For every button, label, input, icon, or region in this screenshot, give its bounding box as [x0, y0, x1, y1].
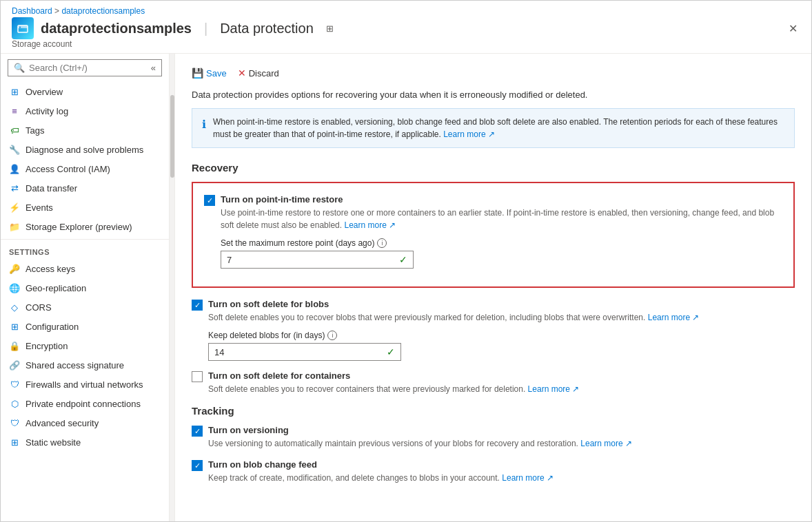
versioning-description: Use versioning to automatically maintain… [208, 437, 795, 450]
sidebar-item-encryption[interactable]: 🔒 Encryption [1, 336, 169, 355]
point-in-time-title: Turn on point-in-time restore [221, 194, 782, 205]
chain-icon: 🔗 [9, 359, 20, 370]
sidebar-item-static-website[interactable]: ⊞ Static website [1, 432, 169, 452]
blob-change-feed-option: Turn on blob change feed Keep track of c… [192, 459, 795, 484]
sidebar-item-advanced-security[interactable]: 🛡 Advanced security [1, 413, 169, 432]
sidebar-item-events[interactable]: ⚡ Events [1, 198, 169, 217]
versioning-title: Turn on versioning [208, 425, 795, 435]
versioning-checkbox[interactable] [192, 426, 203, 437]
soft-delete-containers-content: Turn on soft delete for containers Soft … [208, 370, 795, 395]
toolbar: 💾 Save ✕ Discard [192, 65, 795, 81]
page-section: Data protection [220, 21, 314, 36]
sidebar-item-configuration[interactable]: ⊞ Configuration [1, 317, 169, 336]
info-banner: ℹ When point-in-time restore is enabled,… [192, 108, 795, 148]
keep-blobs-input-wrapper: ✓ [208, 343, 401, 361]
keep-blobs-input[interactable] [214, 347, 387, 357]
sidebar-item-overview[interactable]: ⊞ Overview [1, 82, 169, 101]
sidebar-item-storage-explorer[interactable]: 📁 Storage Explorer (preview) [1, 217, 169, 236]
recovery-section-title: Recovery [192, 162, 795, 174]
sidebar-item-diagnose[interactable]: 🔧 Diagnose and solve problems [1, 140, 169, 159]
sidebar-item-shared-access[interactable]: 🔗 Shared access signature [1, 355, 169, 375]
save-button[interactable]: 💾 Save [192, 65, 227, 81]
search-input[interactable] [29, 63, 147, 73]
soft-delete-blobs-learn-more[interactable]: Learn more ↗ [648, 313, 700, 322]
sidebar-item-firewalls[interactable]: 🛡 Firewalls and virtual networks [1, 375, 169, 394]
breadcrumb-dashboard[interactable]: Dashboard [12, 6, 52, 16]
title-divider: | [204, 21, 207, 36]
sidebar-item-activity-log[interactable]: ≡ Activity log [1, 101, 169, 121]
restore-point-field: Set the maximum restore point (days ago)… [221, 238, 782, 269]
soft-delete-containers-description: Soft delete enables you to recover conta… [208, 383, 795, 395]
soft-delete-blobs-checkbox[interactable] [192, 300, 203, 311]
soft-delete-blobs-block: Turn on soft delete for blobs Soft delet… [192, 299, 795, 361]
restore-point-info-icon[interactable]: i [377, 238, 387, 248]
close-icon[interactable]: ✕ [786, 19, 800, 38]
recovery-section: Recovery Turn on point-in-time restore U… [192, 162, 795, 395]
person-icon: 👤 [9, 163, 20, 174]
sidebar-item-access-keys[interactable]: 🔑 Access keys [1, 259, 169, 278]
lock-icon: 🔒 [9, 340, 20, 351]
point-in-time-box: Turn on point-in-time restore Use point-… [192, 182, 795, 288]
blob-change-feed-learn-more[interactable]: Learn more ↗ [502, 473, 554, 483]
versioning-block: Turn on versioning Use versioning to aut… [192, 425, 795, 450]
svg-point-2 [19, 27, 21, 28]
blob-change-feed-title: Turn on blob change feed [208, 459, 795, 470]
sidebar: 🔍 « ⊞ Overview ≡ Activity log 🏷 Tags 🔧 D… [1, 54, 170, 521]
sidebar-item-tags[interactable]: 🏷 Tags [1, 121, 169, 140]
pin-icon[interactable]: ⊞ [326, 23, 334, 34]
globe-icon: 🌐 [9, 282, 20, 293]
point-in-time-option: Turn on point-in-time restore Use point-… [204, 194, 782, 269]
sidebar-item-geo-replication[interactable]: 🌐 Geo-replication [1, 278, 169, 297]
soft-delete-containers-learn-more[interactable]: Learn more ↗ [528, 384, 580, 394]
wrench-icon: 🔧 [9, 144, 20, 155]
keep-blobs-valid-icon: ✓ [387, 346, 395, 357]
breadcrumb-separator: > [54, 6, 59, 16]
page-subtitle: Storage account [12, 39, 800, 49]
point-in-time-description: Use point-in-time restore to restore one… [221, 207, 782, 231]
folder-icon: 📁 [9, 221, 20, 232]
blob-change-feed-content: Turn on blob change feed Keep track of c… [208, 459, 795, 484]
page-description: Data protection provides options for rec… [192, 90, 795, 100]
keep-blobs-label: Keep deleted blobs for (in days) i [208, 331, 795, 340]
versioning-content: Turn on versioning Use versioning to aut… [208, 425, 795, 450]
sidebar-item-private-endpoint[interactable]: ⬡ Private endpoint connections [1, 394, 169, 413]
soft-delete-containers-option: Turn on soft delete for containers Soft … [192, 370, 795, 395]
soft-delete-containers-title: Turn on soft delete for containers [208, 370, 795, 381]
config-icon: ⊞ [9, 321, 20, 332]
soft-delete-containers-checkbox[interactable] [192, 371, 203, 382]
svg-rect-1 [18, 25, 28, 28]
discard-icon: ✕ [238, 67, 246, 79]
blob-change-feed-block: Turn on blob change feed Keep track of c… [192, 459, 795, 484]
point-in-time-checkbox[interactable] [204, 195, 215, 206]
restore-point-valid-icon: ✓ [399, 254, 407, 265]
breadcrumb-current[interactable]: dataprotectionsamples [61, 6, 145, 16]
blob-change-feed-checkbox[interactable] [192, 460, 203, 471]
info-learn-more-link[interactable]: Learn more ↗ [443, 129, 495, 139]
versioning-option: Turn on versioning Use versioning to aut… [192, 425, 795, 450]
keep-blobs-field: Keep deleted blobs for (in days) i ✓ [208, 331, 795, 361]
tag-icon: 🏷 [9, 125, 20, 136]
shield-icon: 🛡 [9, 417, 20, 428]
soft-delete-blobs-description: Soft delete enables you to recover blobs… [208, 311, 795, 324]
sidebar-item-cors[interactable]: ◇ CORS [1, 297, 169, 317]
sidebar-item-access-control[interactable]: 👤 Access Control (IAM) [1, 159, 169, 178]
keep-blobs-info-icon[interactable]: i [327, 331, 337, 340]
key-icon: 🔑 [9, 263, 20, 274]
cors-icon: ◇ [9, 302, 20, 313]
grid-icon: ⊞ [9, 86, 20, 97]
breadcrumb: Dashboard > dataprotectionsamples [12, 6, 800, 16]
endpoint-icon: ⬡ [9, 398, 20, 409]
collapse-icon[interactable]: « [151, 63, 156, 73]
page-title: dataprotectionsamples [41, 21, 192, 36]
arrows-icon: ⇄ [9, 182, 20, 194]
point-in-time-learn-more[interactable]: Learn more ↗ [344, 220, 396, 230]
discard-button[interactable]: ✕ Discard [238, 65, 279, 81]
versioning-learn-more[interactable]: Learn more ↗ [580, 439, 632, 448]
blob-change-feed-description: Keep track of create, modification, and … [208, 472, 795, 484]
firewall-icon: 🛡 [9, 379, 20, 390]
restore-point-input[interactable] [227, 255, 399, 265]
info-icon: ℹ [202, 116, 206, 140]
sidebar-item-data-transfer[interactable]: ⇄ Data transfer [1, 178, 169, 198]
tracking-section-title: Tracking [192, 405, 795, 417]
soft-delete-blobs-content: Turn on soft delete for blobs Soft delet… [208, 299, 795, 361]
